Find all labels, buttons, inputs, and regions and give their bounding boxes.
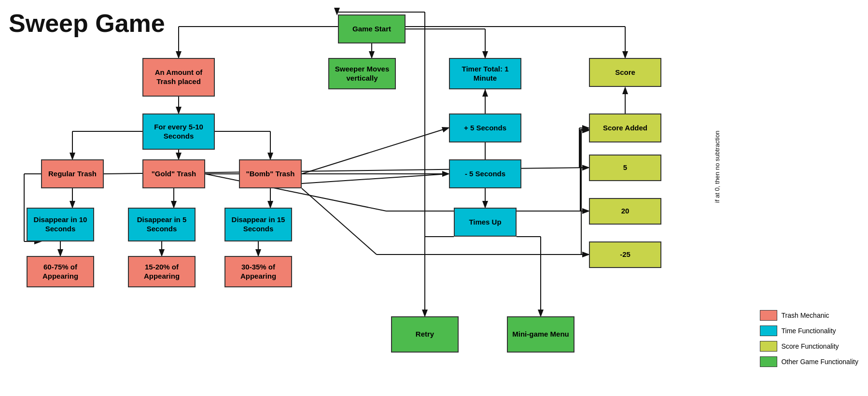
node-timer-total: Timer Total: 1 Minute <box>449 58 521 89</box>
node-for-every: For every 5-10 Seconds <box>142 113 215 150</box>
legend-label-score: Score Functionality <box>781 342 839 350</box>
legend: Trash Mechanic Time Functionality Score … <box>760 310 858 367</box>
node-score: Score <box>589 58 661 87</box>
page-title: Sweep Game <box>9 9 165 38</box>
node-disappear-15: Disappear in 15 Seconds <box>224 208 292 241</box>
node-sweeper-moves: Sweeper Moves vertically <box>328 58 396 89</box>
node-score-neg25: -25 <box>589 241 661 268</box>
legend-color-trash <box>760 310 777 321</box>
side-label: if at 0, then no subtraction <box>714 116 721 203</box>
svg-line-24 <box>302 128 448 174</box>
legend-item-time: Time Functionality <box>760 325 858 336</box>
node-gold-trash: "Gold" Trash <box>142 159 205 188</box>
svg-line-42 <box>302 188 377 255</box>
legend-item-other: Other Game Functionality <box>760 356 858 367</box>
legend-item-trash: Trash Mechanic <box>760 310 858 321</box>
node-retry: Retry <box>391 316 459 353</box>
node-disappear-5: Disappear in 5 Seconds <box>128 208 196 241</box>
node-score20: 20 <box>589 198 661 225</box>
node-amount-trash: An Amount of Trash placed <box>142 58 215 97</box>
legend-label-trash: Trash Mechanic <box>781 311 829 319</box>
legend-label-time: Time Functionality <box>781 327 836 335</box>
legend-color-score <box>760 341 777 352</box>
node-minus5: - 5 Seconds <box>449 159 521 188</box>
node-disappear-10: Disappear in 10 Seconds <box>27 208 94 241</box>
legend-color-other <box>760 356 777 367</box>
svg-line-26 <box>302 174 448 184</box>
node-score5: 5 <box>589 155 661 181</box>
node-bomb-trash: "Bomb" Trash <box>239 159 302 188</box>
legend-color-time <box>760 325 777 336</box>
node-plus5: + 5 Seconds <box>449 113 521 142</box>
node-appear-60: 60-75% of Appearing <box>27 256 94 287</box>
node-score-added: Score Added <box>589 113 661 142</box>
legend-label-other: Other Game Functionality <box>781 358 858 366</box>
legend-item-score: Score Functionality <box>760 341 858 352</box>
node-game-start: Game Start <box>338 14 406 43</box>
node-regular-trash: Regular Trash <box>41 159 104 188</box>
node-mini-game-menu: Mini-game Menu <box>507 316 574 353</box>
node-times-up: Times Up <box>454 208 517 237</box>
node-appear-15: 15-20% of Appearing <box>128 256 196 287</box>
node-appear-30: 30-35% of Appearing <box>224 256 292 287</box>
